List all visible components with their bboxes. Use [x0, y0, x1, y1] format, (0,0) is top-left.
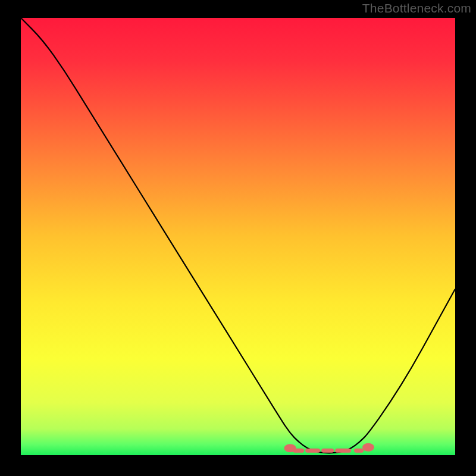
watermark-text: TheBottleneck.com — [362, 1, 471, 15]
svg-point-2 — [362, 443, 374, 452]
gradient-background — [21, 18, 455, 455]
svg-point-1 — [284, 444, 296, 452]
plot-area — [21, 18, 455, 455]
bottleneck-chart — [21, 18, 455, 455]
chart-frame: TheBottleneck.com — [0, 0, 476, 476]
